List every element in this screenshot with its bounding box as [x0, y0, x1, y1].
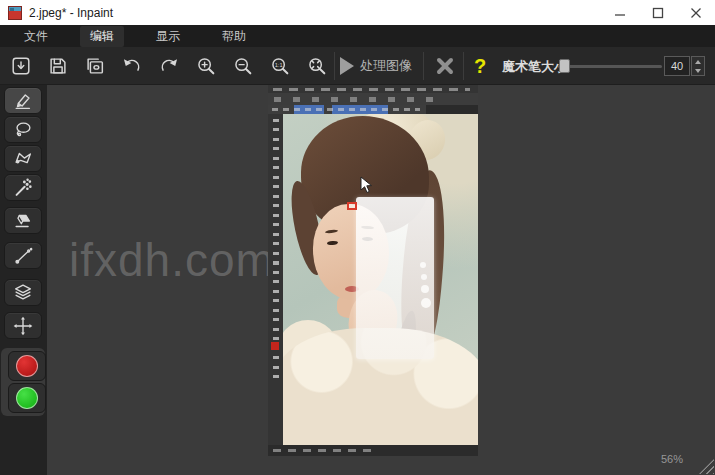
slider-track[interactable]: [558, 65, 662, 68]
undo-icon: [121, 55, 143, 77]
redo-icon: [158, 55, 180, 77]
maximize-button[interactable]: [639, 0, 677, 25]
zoom-fit-button[interactable]: [302, 51, 332, 81]
process-image-button[interactable]: 处理图像: [340, 51, 412, 81]
lasso-icon: [12, 119, 34, 141]
embedded-ps-toolstrip: [268, 114, 283, 445]
process-image-label: 处理图像: [360, 57, 412, 75]
embedded-ps-document-tab: [268, 105, 426, 114]
window-title: 2.jpeg* - Inpaint: [29, 6, 113, 20]
eraser-icon: [12, 210, 34, 232]
line-tool-button[interactable]: [4, 242, 42, 269]
redo-button[interactable]: [154, 51, 184, 81]
brush-size-input[interactable]: [664, 56, 690, 76]
menu-file[interactable]: 文件: [14, 26, 58, 47]
toolbar: 1:1 处理图像 ? 魔术笔大小: [0, 47, 715, 85]
green-circle-icon: [16, 387, 38, 409]
stepper-up-button[interactable]: [692, 57, 704, 66]
red-mask-button[interactable]: [8, 351, 46, 381]
copy-icon: [84, 55, 106, 77]
embedded-ps-menubar: [268, 85, 478, 93]
zoom-out-button[interactable]: [228, 51, 258, 81]
toolbar-separator: [463, 52, 464, 80]
titlebar: 2.jpeg* - Inpaint: [0, 0, 715, 25]
save-icon: [47, 55, 69, 77]
red-circle-icon: [16, 355, 38, 377]
close-button[interactable]: [677, 0, 715, 25]
embedded-image[interactable]: [268, 85, 478, 456]
zoom-actual-icon: 1:1: [269, 55, 291, 77]
undo-button[interactable]: [117, 51, 147, 81]
marker-tool-button[interactable]: [4, 87, 42, 114]
brush-size-slider[interactable]: [558, 59, 662, 73]
slider-handle[interactable]: [559, 59, 570, 73]
selection-marker: [347, 202, 357, 210]
show-original-button[interactable]: [80, 51, 110, 81]
eraser-tool-button[interactable]: [4, 207, 42, 234]
polygon-lasso-icon: [12, 148, 34, 170]
open-button[interactable]: [6, 51, 36, 81]
embedded-ps-options-bar: [268, 93, 478, 105]
close-icon: [690, 7, 702, 19]
embedded-ps-statusbar: [268, 445, 478, 456]
magic-wand-icon: [12, 177, 34, 199]
stepper-down-button[interactable]: [692, 66, 704, 75]
x-mark-icon: [436, 57, 454, 75]
open-icon: [10, 55, 32, 77]
zoom-in-button[interactable]: [191, 51, 221, 81]
play-icon: [340, 57, 354, 75]
magic-wand-tool-button[interactable]: [4, 174, 42, 201]
inpaint-window: 2.jpeg* - Inpaint 文件 编辑 显示 帮助: [0, 0, 715, 475]
zoom-out-icon: [232, 55, 254, 77]
move-tool-button[interactable]: [4, 312, 42, 339]
maximize-icon: [652, 7, 664, 19]
toolbar-separator: [423, 52, 424, 80]
zoom-in-icon: [195, 55, 217, 77]
move-icon: [12, 315, 34, 337]
tool-sidebar: [0, 85, 47, 475]
minimize-button[interactable]: [601, 0, 639, 25]
minimize-icon: [614, 7, 626, 19]
toolbar-separator: [334, 52, 335, 80]
embedded-portrait-photo: [283, 114, 478, 445]
menu-help[interactable]: 帮助: [212, 26, 256, 47]
canvas-area[interactable]: ifxdh.com: [47, 85, 715, 475]
layers-icon: [12, 282, 34, 304]
lasso-tool-button[interactable]: [4, 116, 42, 143]
cursor-arrow-icon: [360, 176, 374, 194]
line-icon: [12, 245, 34, 267]
menubar: 文件 编辑 显示 帮助: [0, 25, 715, 47]
menu-edit[interactable]: 编辑: [80, 26, 124, 47]
embedded-ps-color-swatch: [271, 342, 279, 350]
watermark: ifxdh.com: [69, 233, 275, 287]
menu-view[interactable]: 显示: [146, 26, 190, 47]
resize-grip[interactable]: [699, 459, 714, 474]
polygon-lasso-tool-button[interactable]: [4, 145, 42, 172]
help-button[interactable]: ?: [468, 51, 492, 81]
window-controls: [601, 0, 715, 25]
embedded-ps-tabbar: [268, 105, 478, 114]
layers-tool-button[interactable]: [4, 279, 42, 306]
app-logo-icon: [8, 6, 22, 20]
svg-text:1:1: 1:1: [275, 62, 283, 68]
zoom-fit-icon: [306, 55, 328, 77]
zoom-level-indicator: 56%: [661, 453, 683, 465]
inpaint-selection-overlay: [356, 197, 434, 359]
zoom-actual-button[interactable]: 1:1: [265, 51, 295, 81]
green-mask-button[interactable]: [8, 383, 46, 413]
cancel-button[interactable]: [428, 51, 462, 81]
marker-icon: [12, 90, 34, 112]
brush-size-stepper: [691, 56, 705, 76]
save-button[interactable]: [43, 51, 73, 81]
